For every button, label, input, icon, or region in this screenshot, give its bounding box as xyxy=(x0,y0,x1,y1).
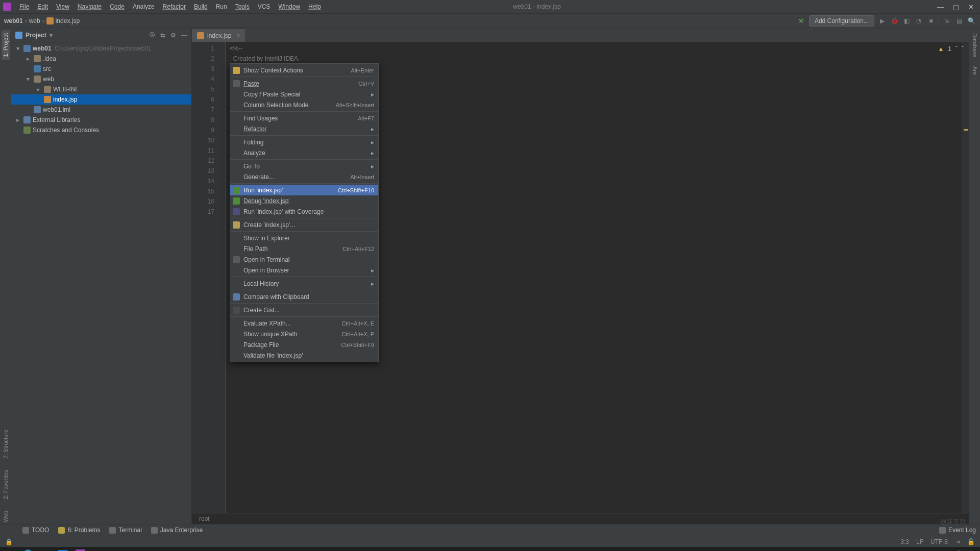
minimize-icon[interactable]: — xyxy=(937,3,944,11)
crumb-dir[interactable]: web xyxy=(29,17,40,24)
ctx-open-browser[interactable]: Open in Browser▸ xyxy=(230,265,378,276)
ctx-analyze[interactable]: Analyze▸ xyxy=(230,147,378,158)
menu-analyze[interactable]: Analyze xyxy=(129,1,159,12)
tool-jee[interactable]: Java Enterprise xyxy=(151,527,203,534)
tree-scratches[interactable]: Scratches and Consoles xyxy=(11,125,191,135)
sidetab-structure[interactable]: 7: Structure xyxy=(3,428,9,461)
menu-help[interactable]: Help xyxy=(304,1,325,12)
status-line-sep[interactable]: LF xyxy=(916,538,923,545)
ctx-validate-file[interactable]: Validate file 'index.jsp' xyxy=(230,350,378,361)
sidetab-ant[interactable]: Ant xyxy=(972,64,978,77)
menu-refactor[interactable]: Refactor xyxy=(159,1,190,12)
tree-iml[interactable]: web01.iml xyxy=(11,105,191,115)
tree-web[interactable]: ▾web xyxy=(11,74,191,84)
ctx-refactor[interactable]: Refactor▸ xyxy=(230,123,378,134)
tree-root[interactable]: ▾web01C:\Users\ysy18\IdeaProjects\web01 xyxy=(11,43,191,54)
run-icon[interactable]: ▶ xyxy=(877,16,887,26)
menu-run[interactable]: Run xyxy=(212,1,231,12)
ctx-eval-xpath[interactable]: Evaluate XPath...Ctrl+Alt+X, E xyxy=(230,318,378,329)
tb-intellij[interactable] xyxy=(71,547,89,551)
tool-todo[interactable]: TODO xyxy=(22,527,49,534)
ctx-create-config[interactable]: Create 'index.jsp'... xyxy=(230,219,378,230)
add-configuration-button[interactable]: Add Configuration... xyxy=(809,15,874,27)
tool-event-log[interactable]: Event Log xyxy=(939,527,976,534)
ctx-coverage[interactable]: Run 'index.jsp' with Coverage xyxy=(230,206,378,217)
ctx-generate[interactable]: Generate...Alt+Insert xyxy=(230,171,378,182)
ctx-unique-xpath[interactable]: Show unique XPathCtrl+Alt+X, P xyxy=(230,329,378,339)
coverage-icon[interactable]: ◧ xyxy=(902,16,911,26)
fold-gutter[interactable] xyxy=(218,42,226,513)
prev-highlight-icon[interactable]: ˆ xyxy=(955,45,958,53)
status-encoding[interactable]: UTF-8 xyxy=(930,538,948,545)
ctx-create-gist[interactable]: Create Gist... xyxy=(230,305,378,315)
status-lock-icon[interactable]: 🔒 xyxy=(5,538,13,545)
status-lock2-icon[interactable]: 🔓 xyxy=(967,538,975,545)
debug-icon[interactable]: 🐞 xyxy=(890,16,899,26)
ctx-goto[interactable]: Go To▸ xyxy=(230,161,378,171)
tb-store[interactable] xyxy=(54,547,71,551)
editor-breadcrumb[interactable]: root xyxy=(192,513,969,524)
menu-file[interactable]: File xyxy=(15,1,33,12)
marker-strip[interactable] xyxy=(962,42,969,513)
start-button[interactable]: ⊞ xyxy=(2,547,19,551)
crumb-file[interactable]: index.jsp xyxy=(46,17,80,24)
menu-edit[interactable]: Edit xyxy=(33,1,52,12)
ctx-show-explorer[interactable]: Show in Explorer xyxy=(230,233,378,243)
ctx-debug[interactable]: Debug 'index.jsp' xyxy=(230,195,378,206)
menu-navigate[interactable]: Navigate xyxy=(74,1,106,12)
collapse-icon[interactable]: — xyxy=(181,32,187,39)
tree-indexjsp[interactable]: index.jsp xyxy=(11,94,191,105)
status-pos[interactable]: 3:3 xyxy=(900,538,909,545)
ctx-paste[interactable]: PasteCtrl+V xyxy=(230,78,378,89)
sidetab-favorites[interactable]: 2: Favorites xyxy=(3,468,9,501)
ctx-column-selection[interactable]: Column Selection ModeAlt+Shift+Insert xyxy=(230,99,378,110)
menu-build[interactable]: Build xyxy=(190,1,212,12)
maximize-icon[interactable]: ▢ xyxy=(953,3,959,11)
ctx-find-usages[interactable]: Find UsagesAlt+F7 xyxy=(230,113,378,123)
profile-icon[interactable]: ◔ xyxy=(914,16,923,26)
close-tab-icon[interactable]: × xyxy=(236,32,240,39)
tool-terminal[interactable]: Terminal xyxy=(109,527,141,534)
ctx-open-terminal[interactable]: Open in Terminal xyxy=(230,254,378,265)
next-highlight-icon[interactable]: ˇ xyxy=(962,45,964,53)
panel-title[interactable]: Project ▾ xyxy=(15,32,53,39)
hammer-icon[interactable]: ⚒ xyxy=(797,16,806,26)
gear-icon[interactable]: ⚙ xyxy=(170,32,176,39)
menu-view[interactable]: View xyxy=(52,1,74,12)
expand-icon[interactable]: ⇆ xyxy=(160,32,165,39)
update-icon[interactable]: ⇲ xyxy=(942,16,951,26)
menu-window[interactable]: Window xyxy=(274,1,304,12)
crumb-project[interactable]: web01 xyxy=(4,17,23,24)
ctx-folding[interactable]: Folding▸ xyxy=(230,137,378,147)
ctx-compare-clipboard[interactable]: Compare with Clipboard xyxy=(230,291,378,302)
editor-tab-indexjsp[interactable]: index.jsp × xyxy=(192,29,245,42)
inspection-widget[interactable]: ▲ 1 ˆ ˇ xyxy=(938,45,964,53)
menu-code[interactable]: Code xyxy=(106,1,129,12)
locate-icon[interactable]: ⦿ xyxy=(149,32,155,39)
ctx-file-path[interactable]: File PathCtrl+Alt+F12 xyxy=(230,243,378,254)
ctx-package-file[interactable]: Package FileCtrl+Shift+F9 xyxy=(230,339,378,350)
tb-explorer[interactable] xyxy=(37,547,54,551)
tree-ext-libs[interactable]: ▸External Libraries xyxy=(11,115,191,125)
ctx-run[interactable]: Run 'index.jsp'Ctrl+Shift+F10 xyxy=(230,185,378,195)
tb-edge[interactable] xyxy=(19,547,37,551)
status-indent-icon[interactable]: ⇥ xyxy=(955,538,960,545)
tree-src[interactable]: src xyxy=(11,64,191,74)
menu-tools[interactable]: Tools xyxy=(231,1,254,12)
menu-vcs[interactable]: VCS xyxy=(254,1,275,12)
tree-webinf[interactable]: ▸WEB-INF xyxy=(11,84,191,94)
ctx-show-actions[interactable]: Show Context ActionsAlt+Enter xyxy=(230,65,378,76)
sidetab-project[interactable]: 1: Project xyxy=(2,30,10,60)
stop-icon[interactable]: ■ xyxy=(926,16,936,26)
sidetab-database[interactable]: Database xyxy=(972,31,978,59)
project-tree[interactable]: ▾web01C:\Users\ysy18\IdeaProjects\web01 … xyxy=(11,42,191,524)
ctx-local-history[interactable]: Local History▸ xyxy=(230,278,378,289)
structure-icon[interactable]: ▤ xyxy=(954,16,964,26)
sidetab-web[interactable]: Web xyxy=(3,509,9,524)
close-icon[interactable]: ✕ xyxy=(968,3,974,11)
warning-marker[interactable] xyxy=(964,129,968,131)
search-icon[interactable]: 🔍 xyxy=(967,16,976,26)
tree-idea[interactable]: ▸.idea xyxy=(11,54,191,64)
ctx-copy-special[interactable]: Copy / Paste Special▸ xyxy=(230,89,378,99)
tool-problems[interactable]: 6: Problems xyxy=(58,527,100,534)
